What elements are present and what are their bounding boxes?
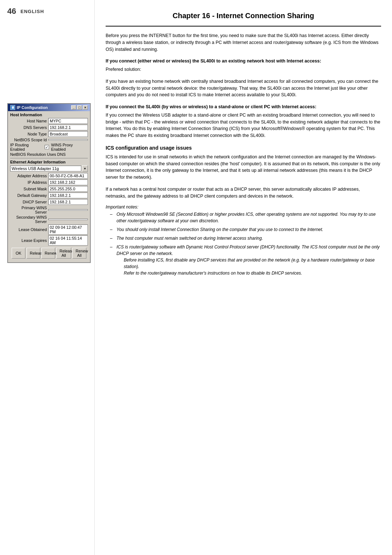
wins-proxy-label: WINS Proxy Enabled	[51, 143, 88, 151]
primary-wins-label: Primary WINS Server	[10, 206, 48, 214]
node-type-label: Node Type	[10, 132, 48, 136]
section2-heading: If you connect the SL400i (by wires or w…	[106, 104, 381, 110]
adapter-select[interactable]: Wireless USB Adapter 11g	[10, 166, 81, 171]
ok-button[interactable]: OK	[12, 248, 25, 259]
lease-expires-label: Lease Expires	[10, 238, 48, 243]
secondary-wins-value	[48, 219, 88, 220]
dialog-icon: 🖥	[10, 105, 15, 110]
intro-text: Before you press the INTERNET button for…	[106, 32, 381, 53]
adapter-address-label: Adapter Address	[10, 174, 48, 178]
lang-label: ENGLISH	[20, 9, 44, 14]
dialog-title: IP Configuration	[17, 105, 48, 110]
adapter-address-value: 00-50-F2-C8-48-A1	[48, 173, 88, 179]
dns-servers-value: 192.168.2.1	[48, 125, 88, 130]
note-2: You should only install Internet Connect…	[113, 226, 381, 233]
lease-obtained-value: 02 09 04 12:00:47 PM	[48, 224, 88, 235]
host-name-value: MYPC	[48, 118, 88, 124]
secondary-wins-label: Secondary WINS Server	[10, 215, 48, 224]
release-all-button[interactable]: Release All	[56, 248, 71, 259]
section1-heading: If you connect (either wired or wireless…	[106, 58, 381, 65]
renew-button[interactable]: Renew	[41, 248, 55, 259]
dialog-body: Host Information Host Name MYPC DNS Serv…	[8, 111, 90, 262]
lease-obtained-label: Lease Obtained	[10, 227, 48, 232]
note-4: ICS is router/gateway software with Dyna…	[113, 244, 381, 276]
sidebar: 46 ENGLISH 🖥 IP Configuration _ □ × Host…	[0, 0, 94, 555]
note-3: The host computer must remain switched o…	[113, 235, 381, 242]
default-gateway-label: Default Gateway	[10, 193, 48, 198]
section3-body1: ICS is intended for use in small network…	[106, 154, 381, 181]
section1-sublabel: Prefered solution:	[106, 66, 381, 73]
section3-body2: If a network has a central host computer…	[106, 186, 381, 200]
default-gateway-value: 192.168.2.1	[48, 193, 88, 198]
netbios-scope-row: NetBIOS Scope Id	[10, 138, 88, 142]
ethernet-label: Ethernet Adapter Information	[10, 160, 88, 164]
subnet-mask-value: 255.255.255.0	[48, 186, 88, 192]
separator1	[10, 158, 88, 158]
node-type-value: Broadcast	[48, 131, 88, 137]
renew-all-button[interactable]: Renew All	[72, 248, 86, 259]
close-button[interactable]: ×	[83, 105, 88, 110]
ip-address-value: 192.168.2.162	[48, 179, 88, 185]
ip-address-label: IP Address	[10, 180, 48, 185]
note-4-indent: Before installing ICS, first disable any…	[124, 257, 381, 276]
page: 46 ENGLISH 🖥 IP Configuration _ □ × Host…	[0, 0, 392, 555]
adapter-address-row: Adapter Address 00-50-F2-C8-48-A1	[10, 173, 88, 179]
ip-routing-row: IP Routing Enabled ✓ WINS Proxy Enabled	[10, 143, 88, 151]
dhcp-server-row: DHCP Server 192.168.2.1	[10, 199, 88, 205]
dialog-buttons: OK Release Renew Release All Renew All	[10, 246, 88, 260]
subnet-mask-row: Subnet Mask 255.255.255.0	[10, 186, 88, 192]
host-name-row: Host Name MYPC	[10, 118, 88, 124]
netbios-scope-value	[48, 139, 88, 141]
important-notes-label: Important notes:	[106, 204, 381, 210]
default-gateway-row: Default Gateway 192.168.2.1	[10, 193, 88, 198]
node-type-row: Node Type Broadcast	[10, 131, 88, 137]
chapter-title: Chapter 16 - Internet Connection Sharing	[106, 7, 381, 27]
section2-body: If you connect the Wireless USB adapter …	[106, 112, 381, 139]
subnet-mask-label: Subnet Mask	[10, 187, 48, 191]
primary-wins-row: Primary WINS Server	[10, 206, 88, 214]
netbios-dns-row: NetBIOS Resolution Uses DNS	[10, 152, 88, 157]
dialog-titlebar: 🖥 IP Configuration _ □ ×	[8, 104, 90, 111]
netbios-scope-label: NetBIOS Scope Id	[10, 138, 48, 142]
dialog-title-buttons[interactable]: _ □ ×	[71, 105, 88, 110]
maximize-button[interactable]: □	[77, 105, 82, 110]
release-button[interactable]: Release	[26, 248, 40, 259]
content-area: Chapter 16 - Internet Connection Sharing…	[94, 0, 392, 555]
ip-configuration-dialog: 🖥 IP Configuration _ □ × Host Informatio…	[7, 103, 91, 263]
dhcp-server-label: DHCP Server	[10, 200, 48, 204]
adapter-row[interactable]: Wireless USB Adapter 11g ▼	[10, 165, 88, 172]
notes-list: Only Microsoft Windows98 SE (Second Edit…	[106, 211, 381, 276]
page-number-area: 46 ENGLISH	[7, 7, 87, 16]
dns-servers-row: DNS Servers 192.168.2.1	[10, 125, 88, 130]
host-name-label: Host Name	[10, 119, 48, 123]
lease-expires-row: Lease Expires 02 16 04 11:55:14 AM	[10, 235, 88, 246]
dialog-title-left: 🖥 IP Configuration	[10, 105, 48, 110]
ip-address-row: IP Address 192.168.2.162	[10, 179, 88, 185]
section1-body: If you have an existing home network wit…	[106, 78, 381, 98]
host-info-label: Host Information	[10, 113, 88, 117]
lease-obtained-row: Lease Obtained 02 09 04 12:00:47 PM	[10, 224, 88, 235]
netbios-dns-label: NetBIOS Resolution Uses DNS	[10, 152, 66, 157]
ip-routing-label: IP Routing Enabled	[10, 143, 45, 151]
minimize-button[interactable]: _	[71, 105, 76, 110]
page-number: 46	[7, 7, 16, 16]
dhcp-server-value: 192.168.2.1	[48, 199, 88, 205]
adapter-dropdown-btn[interactable]: ▼	[82, 165, 88, 172]
note-1: Only Microsoft Windows98 SE (Second Edit…	[113, 211, 381, 224]
primary-wins-value	[48, 209, 88, 211]
secondary-wins-row: Secondary WINS Server	[10, 215, 88, 224]
dns-servers-label: DNS Servers	[10, 125, 48, 130]
ip-routing-checkbox[interactable]: ✓	[45, 145, 49, 149]
lease-expires-value: 02 16 04 11:55:14 AM	[48, 235, 88, 246]
section3-heading: ICS configuration and usage issues	[106, 145, 381, 151]
